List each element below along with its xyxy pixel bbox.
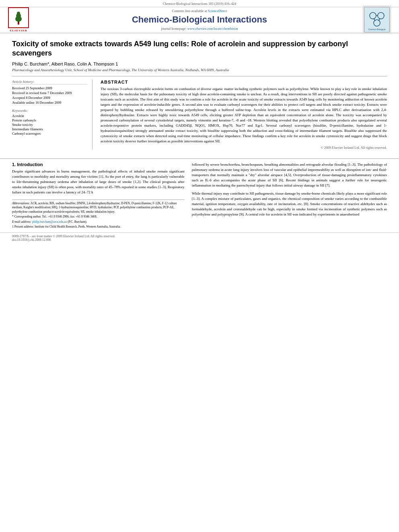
- elsevier-logo-box: [8, 7, 29, 28]
- elsevier-tree-icon: [11, 10, 26, 25]
- homepage-link[interactable]: www.elsevier.com/locate/chembioint: [187, 27, 238, 31]
- copyright-line: © 2009 Elsevier Ireland Ltd. All rights …: [101, 146, 387, 150]
- introduction-heading: 1. Introduction: [12, 162, 185, 167]
- footnote-email: E-mail address: philip.burcham@uwa.edu.a…: [12, 220, 185, 224]
- elsevier-logo-text: ELSEVIER: [10, 29, 27, 32]
- abstract-title: ABSTRACT: [101, 80, 387, 84]
- article-title: Toxicity of smoke extracts towards A549 …: [12, 39, 387, 58]
- received-date: Received 25 September 2009: [12, 86, 87, 90]
- intro-paragraph-2: followed by severe bronchorrhea, broncho…: [192, 162, 387, 188]
- keyword-3: Smoke toxicity: [12, 123, 87, 127]
- footnote-1: 1 Present address: Institute for Child H…: [12, 225, 185, 229]
- journal-citation: Chemico-Biological Interactions 183 (201…: [0, 2, 399, 6]
- main-col-right: followed by severe bronchorrhea, broncho…: [192, 162, 387, 230]
- keyword-1: Acrolein: [12, 114, 87, 118]
- article-info-panel: Article history: Received 25 September 2…: [12, 80, 93, 150]
- journal-header: Chemico-Biological Interactions 183 (201…: [0, 0, 399, 34]
- keyword-4: Intermediate filaments: [12, 127, 87, 131]
- article-body: Toxicity of smoke extracts towards A549 …: [0, 34, 399, 154]
- journal-logo-svg: Chemico-Biological: [365, 8, 389, 32]
- contents-availability: Contents lists available at ScienceDirec…: [132, 9, 267, 13]
- svg-text:Chemico-Biological: Chemico-Biological: [368, 28, 386, 31]
- journal-logo-right: Chemico-Biological: [363, 6, 391, 34]
- journal-logo-image: Chemico-Biological: [364, 7, 390, 33]
- revised-date: Received in revised form 7 December 2009: [12, 91, 87, 95]
- journal-title-center: Contents lists available at ScienceDirec…: [132, 9, 267, 31]
- journal-homepage: journal homepage: www.elsevier.com/locat…: [132, 27, 267, 31]
- article-info-row: Article history: Received 25 September 2…: [12, 76, 387, 150]
- footnote-area: Abbreviations: ACR, acrolein; BIS, sodiu…: [12, 199, 185, 229]
- keywords-title: Keywords:: [12, 109, 87, 113]
- journal-main-title: Chemico-Biological Interactions: [132, 14, 267, 25]
- svg-rect-0: [18, 21, 19, 25]
- keyword-5: Carbonyl scavengers: [12, 131, 87, 136]
- author-email-link[interactable]: philip.burcham@uwa.edu.au: [32, 220, 67, 224]
- sciencedirect-link[interactable]: ScienceDirect: [208, 9, 227, 13]
- abstract-text: The noxious 3-carbon electrophile acrole…: [101, 86, 387, 144]
- page-footer: 0009-2797/$ – see front matter © 2009 El…: [0, 232, 399, 243]
- online-date: Available online 16 December 2009: [12, 101, 87, 105]
- article-history-title: Article history:: [12, 80, 87, 84]
- svg-point-3: [17, 12, 20, 15]
- accepted-date: Accepted 8 December 2009: [12, 96, 87, 100]
- elsevier-logo: ELSEVIER: [8, 7, 29, 32]
- article-authors: Philip C. Burcham*, Albert Raso, Colin A…: [12, 62, 387, 66]
- article-affiliation: Pharmacology and Anaesthesiology Unit, S…: [12, 68, 387, 72]
- main-col-left: 1. Introduction Despite significant adva…: [12, 162, 185, 230]
- keyword-2: Protein carbonyls: [12, 118, 87, 122]
- main-content: 1. Introduction Despite significant adva…: [0, 162, 399, 230]
- footnote-abbreviations: Abbreviations: ACR, acrolein; BIS, sodiu…: [12, 201, 185, 214]
- footnote-corresponding-author: * Corresponding author. Tel.: +61 8 9346…: [12, 215, 185, 219]
- intro-paragraph-1: Despite significant advances in burns ma…: [12, 169, 185, 195]
- intro-paragraph-3: While thermal injury may contribute to S…: [192, 191, 387, 217]
- article-abstract-panel: ABSTRACT The noxious 3-carbon electrophi…: [101, 80, 387, 150]
- section-divider: [0, 158, 399, 159]
- journal-header-content: ELSEVIER Contents lists available at Sci…: [0, 7, 399, 33]
